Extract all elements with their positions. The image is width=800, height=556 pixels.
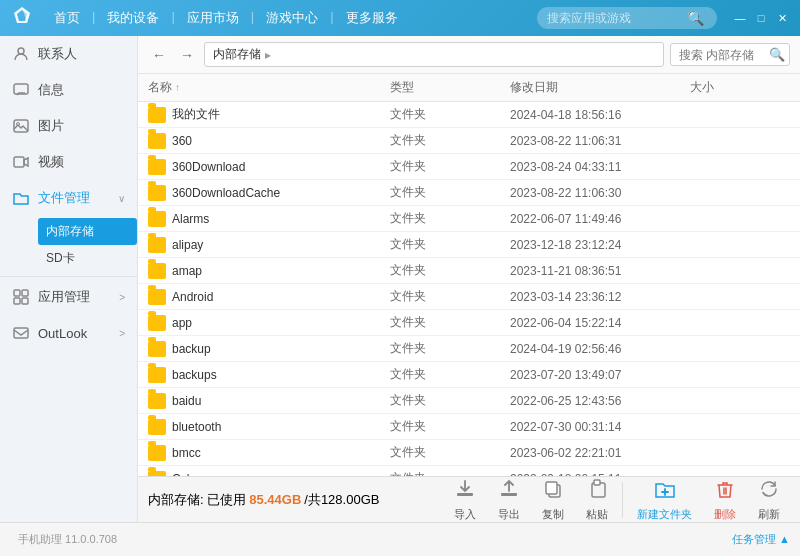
file-date: 2022-06-04 15:22:14 xyxy=(510,316,690,330)
back-button[interactable]: ← xyxy=(148,44,170,66)
svg-rect-11 xyxy=(22,298,28,304)
table-row[interactable]: alipay 文件夹 2023-12-18 23:12:24 xyxy=(138,232,800,258)
sidebar-sub-sdcard[interactable]: SD卡 xyxy=(38,245,137,272)
path-arrow: ▸ xyxy=(265,48,271,62)
import-button[interactable]: 导入 xyxy=(444,474,486,523)
table-row[interactable]: baidu 文件夹 2022-06-25 12:43:56 xyxy=(138,388,800,414)
sidebar-item-photos[interactable]: 图片 xyxy=(0,108,137,144)
maximize-button[interactable]: □ xyxy=(753,10,769,26)
table-row[interactable]: Alarms 文件夹 2022-06-07 11:49:46 xyxy=(138,206,800,232)
folder-icon xyxy=(148,445,166,461)
file-list-header: 名称 ↑ 类型 修改日期 大小 xyxy=(138,74,800,102)
table-row[interactable]: backup 文件夹 2024-04-19 02:56:46 xyxy=(138,336,800,362)
sidebar-divider-1 xyxy=(0,276,137,277)
forward-button[interactable]: → xyxy=(176,44,198,66)
top-search-icon: 🔍 xyxy=(687,10,704,26)
file-name: app xyxy=(172,316,192,330)
path-bar[interactable]: 内部存储 ▸ xyxy=(204,42,664,67)
file-name: backups xyxy=(172,368,217,382)
table-row[interactable]: 360Download 文件夹 2023-08-24 04:33:11 xyxy=(138,154,800,180)
table-row[interactable]: Android 文件夹 2023-03-14 23:36:12 xyxy=(138,284,800,310)
table-row[interactable]: 我的文件 文件夹 2024-04-18 18:56:16 xyxy=(138,102,800,128)
file-type: 文件夹 xyxy=(390,210,510,227)
contacts-icon xyxy=(12,45,30,63)
file-name: 360Download xyxy=(172,160,245,174)
file-date: 2022-07-30 00:31:14 xyxy=(510,420,690,434)
file-name-cell: amap xyxy=(148,263,390,279)
nav-gamecenter[interactable]: 游戏中心 xyxy=(256,5,328,31)
table-row[interactable]: bmcc 文件夹 2023-06-02 22:21:01 xyxy=(138,440,800,466)
sidebar-sub-internal[interactable]: 内部存储 xyxy=(38,218,137,245)
file-name-cell: 360DownloadCache xyxy=(148,185,390,201)
new-folder-button[interactable]: 新建文件夹 xyxy=(627,474,702,523)
file-name-cell: app xyxy=(148,315,390,331)
folder-icon xyxy=(148,315,166,331)
nav-home[interactable]: 首页 xyxy=(44,5,90,31)
table-row[interactable]: 360DownloadCache 文件夹 2023-08-22 11:06:30 xyxy=(138,180,800,206)
file-name: Alarms xyxy=(172,212,209,226)
browser-toolbar: ← → 内部存储 ▸ 🔍 xyxy=(138,36,800,74)
col-date-header[interactable]: 修改日期 xyxy=(510,79,690,96)
file-type: 文件夹 xyxy=(390,340,510,357)
svg-rect-9 xyxy=(22,290,28,296)
sidebar-item-outlook[interactable]: OutLook > xyxy=(0,315,137,351)
export-button[interactable]: 导出 xyxy=(488,474,530,523)
top-search-input[interactable] xyxy=(547,11,687,25)
new-folder-label: 新建文件夹 xyxy=(637,507,692,522)
sidebar-sub-filemanager: 内部存储 SD卡 xyxy=(0,216,137,274)
folder-icon xyxy=(148,185,166,201)
file-name: 我的文件 xyxy=(172,106,220,123)
paste-label: 粘贴 xyxy=(586,507,608,522)
paste-button[interactable]: 粘贴 xyxy=(576,474,618,523)
sidebar-item-videos[interactable]: 视频 xyxy=(0,144,137,180)
app-logo xyxy=(10,5,34,32)
file-date: 2023-08-22 11:06:30 xyxy=(510,186,690,200)
storage-info: 内部存储: 已使用 85.44GB /共128.00GB xyxy=(148,491,379,509)
minimize-button[interactable]: — xyxy=(732,10,748,26)
sidebar-item-appmanager[interactable]: 应用管理 > xyxy=(0,279,137,315)
file-date: 2024-04-19 02:56:46 xyxy=(510,342,690,356)
task-manager-link[interactable]: 任务管理 ▲ xyxy=(732,532,790,547)
close-button[interactable]: ✕ xyxy=(774,10,790,26)
filemanager-icon xyxy=(12,189,30,207)
sidebar-item-contacts[interactable]: 联系人 xyxy=(0,36,137,72)
svg-rect-13 xyxy=(457,493,473,496)
table-row[interactable]: app 文件夹 2022-06-04 15:22:14 xyxy=(138,310,800,336)
table-row[interactable]: amap 文件夹 2023-11-21 08:36:51 xyxy=(138,258,800,284)
file-name-cell: Android xyxy=(148,289,390,305)
file-date: 2023-08-22 11:06:31 xyxy=(510,134,690,148)
table-row[interactable]: backups 文件夹 2023-07-20 13:49:07 xyxy=(138,362,800,388)
nav-appmarket[interactable]: 应用市场 xyxy=(177,5,249,31)
col-type-header[interactable]: 类型 xyxy=(390,79,510,96)
file-list: 我的文件 文件夹 2024-04-18 18:56:16 360 文件夹 202… xyxy=(138,102,800,476)
file-name: Android xyxy=(172,290,213,304)
file-name-cell: 360 xyxy=(148,133,390,149)
col-size-header[interactable]: 大小 xyxy=(690,79,790,96)
table-row[interactable]: 360 文件夹 2023-08-22 11:06:31 xyxy=(138,128,800,154)
copy-button[interactable]: 复制 xyxy=(532,474,574,523)
svg-rect-7 xyxy=(14,157,24,167)
sidebar-label-photos: 图片 xyxy=(38,117,64,135)
path-text: 内部存储 xyxy=(213,46,261,63)
browser-search-icon: 🔍 xyxy=(769,47,785,62)
outlook-icon xyxy=(12,324,30,342)
file-browser: ← → 内部存储 ▸ 🔍 名称 ↑ 类型 修改日期 大 xyxy=(138,36,800,522)
delete-button[interactable]: 删除 xyxy=(704,474,746,523)
sidebar-item-messages[interactable]: 信息 xyxy=(0,72,137,108)
refresh-button[interactable]: 刷新 xyxy=(748,474,790,523)
nav-mydevice[interactable]: 我的设备 xyxy=(97,5,169,31)
top-search-bar: 🔍 xyxy=(537,7,717,29)
file-name-cell: bmcc xyxy=(148,445,390,461)
table-row[interactable]: bluetooth 文件夹 2022-07-30 00:31:14 xyxy=(138,414,800,440)
file-name-cell: backup xyxy=(148,341,390,357)
file-name-cell: bluetooth xyxy=(148,419,390,435)
sidebar-item-filemanager[interactable]: 文件管理 ∨ xyxy=(0,180,137,216)
folder-icon xyxy=(148,133,166,149)
col-name-header[interactable]: 名称 ↑ xyxy=(148,79,390,96)
sidebar-label-outlook: OutLook xyxy=(38,326,87,341)
sidebar-label-videos: 视频 xyxy=(38,153,64,171)
sidebar-label-appmanager: 应用管理 xyxy=(38,288,90,306)
sidebar-label-filemanager: 文件管理 xyxy=(38,189,90,207)
browser-search-input[interactable] xyxy=(679,48,769,62)
nav-moreservices[interactable]: 更多服务 xyxy=(336,5,408,31)
